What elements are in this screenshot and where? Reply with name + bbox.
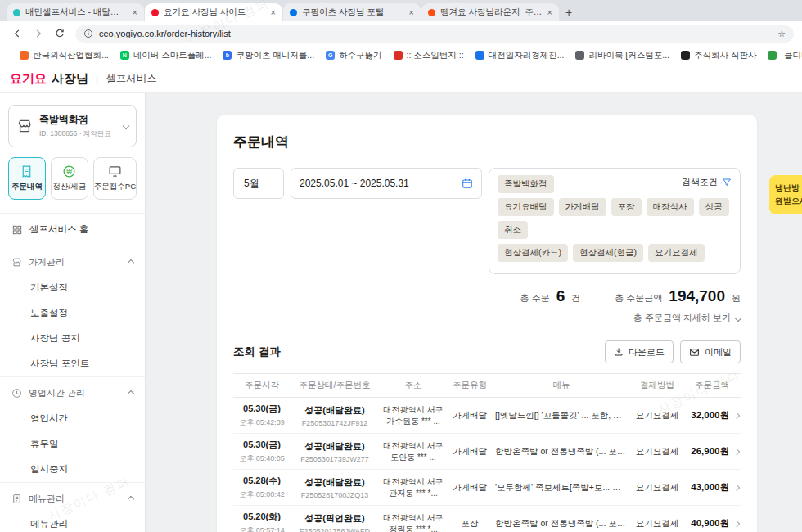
chevron-right-icon[interactable] (733, 484, 740, 490)
coupang-favicon-icon (290, 9, 297, 16)
sidebar-item-business-hours[interactable]: 영업시간 (0, 406, 145, 431)
col-order-type: 주문유형 (448, 380, 492, 391)
filter-chip[interactable]: 족발백화점 (498, 175, 554, 193)
amount-detail-label: 총 주문금액 자세히 보기 (633, 312, 731, 324)
envelope-icon (689, 347, 700, 358)
yogiyo-logo[interactable]: 요기요 (10, 71, 47, 87)
clock-icon (11, 388, 22, 399)
browser-tab-yogiyo[interactable]: 요기요 사장님 사이트 × (145, 3, 282, 21)
bookmark-star-icon[interactable]: ☆ (777, 29, 786, 39)
sidebar: 족발백화점 ID. 1308856 · 계약완료 주문내역 ₩ 정산/세금 주문… (0, 93, 146, 532)
sidebar-item-holidays[interactable]: 휴무일 (0, 431, 145, 457)
header-divider: | (96, 74, 98, 85)
date-range-picker[interactable]: 2025.05.01 ~ 2025.05.31 (291, 168, 482, 199)
promo-line: 냉난방 최 (775, 182, 802, 195)
tab-title: 요기요 사장님 사이트 (164, 7, 266, 18)
bookmark-favicon (681, 51, 690, 60)
sidebar-section-menu-mgmt: 메뉴관리 메뉴관리 (0, 482, 145, 532)
filter-chip[interactable]: 현장결제(현금) (573, 244, 643, 262)
orders-table: 주문시각 주문상태/주문번호 주소 주문유형 메뉴 결제방법 주문금액 05.3… (233, 373, 741, 532)
table-row[interactable]: 05.30(금)오후 05:40:05 성공(배달완료)F2505301739J… (233, 434, 741, 470)
quick-button-orders[interactable]: 주문내역 (8, 157, 46, 200)
search-condition-button[interactable]: 검색조건 (682, 176, 732, 188)
svg-text:₩: ₩ (67, 169, 73, 175)
bookmark-item[interactable]: :: 소스일번지 :: (394, 50, 464, 61)
quick-button-pos[interactable]: 주문접수PC (93, 157, 137, 200)
search-condition-label: 검색조건 (682, 176, 718, 188)
bookmark-label: 네이버 스마트플레... (133, 50, 212, 61)
tab-close-icon[interactable]: × (271, 8, 276, 17)
url-bar[interactable]: ceo.yogiyo.co.kr/order-history/list ☆ (75, 25, 794, 43)
sidebar-section-store-mgmt: 가게관리 기본설정 노출설정 사장님 공지 사장님 포인트 (0, 246, 145, 376)
download-button[interactable]: 다운로드 (605, 340, 674, 363)
filter-chip[interactable]: 요기요결제 (648, 244, 705, 262)
bookmark-item[interactable]: -클디마켓-(상주) (768, 50, 802, 61)
section-header-hours-mgmt[interactable]: 영업시간 관리 (0, 377, 145, 406)
yogiyo-favicon-icon (151, 9, 159, 16)
filter-chip-row: 현장결제(카드) 현장결제(현금) 요기요결제 (498, 244, 732, 262)
sidebar-item-menu-mgmt[interactable]: 메뉴관리 (0, 512, 145, 532)
bookmark-item[interactable]: b쿠팡이츠 매니저를... (223, 50, 314, 61)
col-status-number: 주문상태/주문번호 (291, 380, 379, 391)
quick-buttons: 주문내역 ₩ 정산/세금 주문접수PC (8, 157, 137, 200)
sidebar-item-basic-settings[interactable]: 기본설정 (0, 275, 145, 300)
filter-chip[interactable]: 가게배달 (559, 198, 606, 216)
quick-button-label: 정산/세금 (53, 182, 87, 192)
email-button[interactable]: 이메일 (680, 340, 741, 363)
document-icon (11, 494, 22, 504)
forward-button[interactable] (29, 25, 47, 43)
bookmark-item[interactable]: 한국외식산업협회... (20, 50, 109, 61)
month-select[interactable]: 5월 (233, 168, 284, 199)
baemin-favicon-icon (13, 9, 20, 16)
filter-chip[interactable]: 현장결제(카드) (498, 244, 568, 262)
filter-chip[interactable]: 매장식사 (647, 198, 694, 216)
bookmark-item[interactable]: N네이버 스마트플레... (120, 50, 212, 61)
order-history-panel: 주문내역 5월 2025.05.01 ~ 2025.05.31 검색조건 족발백… (217, 115, 757, 532)
filter-chip[interactable]: 취소 (498, 221, 528, 239)
chevron-right-icon[interactable] (733, 520, 740, 526)
quick-button-settlement[interactable]: ₩ 정산/세금 (51, 157, 88, 200)
table-row[interactable]: 05.28(수)오후 05:00:42 성공(배달완료)F2505281700J… (233, 470, 741, 506)
back-button[interactable] (8, 25, 26, 43)
bookmark-item[interactable]: 대전일자리경제진... (475, 50, 565, 61)
filter-chip[interactable]: 포장 (611, 198, 642, 216)
bookmark-favicon (768, 51, 777, 60)
chevron-right-icon[interactable] (733, 448, 740, 454)
page-content: 족발백화점 ID. 1308856 · 계약완료 주문내역 ₩ 정산/세금 주문… (0, 93, 802, 532)
chevron-right-icon[interactable] (733, 412, 740, 418)
section-header-store-mgmt[interactable]: 가게관리 (0, 246, 145, 275)
promo-banner[interactable]: 냉난방 최 원받으세 (769, 175, 802, 214)
bookmark-item[interactable]: 주식회사 식판사 (681, 50, 756, 61)
bookmark-favicon: b (223, 51, 232, 60)
sidebar-item-selfservice-home[interactable]: 셀프서비스 홈 (0, 213, 145, 246)
filter-chip[interactable]: 요기요배달 (498, 198, 554, 216)
sidebar-item-owner-points[interactable]: 사장님 포인트 (0, 351, 145, 376)
tab-close-icon[interactable]: × (547, 8, 552, 17)
receipt-icon (20, 165, 34, 178)
sidebar-item-owner-notice[interactable]: 사장님 공지 (0, 326, 145, 351)
table-row[interactable]: 05.30(금)오후 05:42:39 성공(배달완료)F2505301742J… (233, 398, 741, 434)
chevron-down-icon (735, 314, 741, 321)
tab-close-icon[interactable]: × (409, 8, 414, 17)
amount-detail-link[interactable]: 총 주문금액 자세히 보기 (233, 312, 741, 324)
bookmark-label: 대전일자리경제진... (489, 50, 565, 61)
section-title: 영업시간 관리 (29, 387, 85, 399)
bookmark-favicon: G (326, 51, 335, 60)
bookmark-item[interactable]: G하수구뚫기 (326, 50, 382, 61)
section-header-menu-mgmt[interactable]: 메뉴관리 (0, 483, 145, 512)
tab-close-icon[interactable]: × (133, 8, 137, 17)
filter-chip[interactable]: 성공 (699, 198, 729, 216)
bookmark-item[interactable]: 리바이북 [커스텀포... (575, 50, 669, 61)
new-tab-button[interactable]: + (560, 3, 578, 21)
sidebar-item-exposure-settings[interactable]: 노출설정 (0, 300, 145, 326)
col-menu: 메뉴 (492, 380, 631, 391)
reload-button[interactable] (51, 25, 69, 43)
browser-tab-baemin[interactable]: 배민셀프서비스 - 배달의민족 × (7, 3, 144, 21)
sidebar-item-pause[interactable]: 일시중지 (0, 457, 145, 482)
browser-tab-coupang[interactable]: 쿠팡이츠 사장님 포털 × (283, 3, 421, 21)
browser-tab-ddangyo[interactable]: 땡겨요 사장님라운지_주문내역 × (421, 3, 559, 21)
table-row[interactable]: 05.20(화)오후 05:57:14 성공(픽업완료)F2505201756J… (233, 506, 741, 532)
store-selector[interactable]: 족발백화점 ID. 1308856 · 계약완료 (8, 105, 137, 147)
browser-toolbar: ceo.yogiyo.co.kr/order-history/list ☆ (0, 21, 802, 46)
bookmark-favicon (20, 51, 29, 60)
